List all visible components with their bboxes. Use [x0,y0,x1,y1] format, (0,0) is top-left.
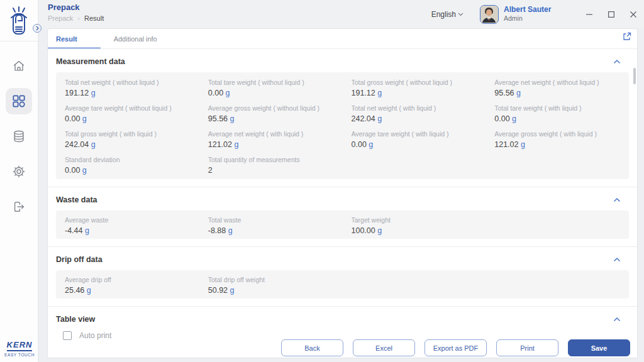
collapse-section-button[interactable] [613,59,621,64]
field-value-row: 0.00 g [352,140,481,149]
field-label: Total gross weight ( with liquid ) [65,130,194,138]
field-unit: g [521,140,525,149]
sidebar-item-settings[interactable] [6,158,32,185]
action-button[interactable]: Excel [353,339,415,356]
maximize-button[interactable] [600,0,622,28]
apps-grid-icon [12,94,26,108]
field-value: 121.02 [494,140,518,149]
field-value-row: 242.04 g [65,140,194,149]
field-unit: g [228,226,233,235]
section-divider [48,306,637,307]
field-label: Average gross weight ( with liquid ) [494,130,624,138]
sidebar-expand-toggle[interactable] [33,24,42,33]
field-value: 242.04 [65,140,89,149]
field-label: Average gross weight ( without liquid ) [208,104,338,112]
minimize-icon [586,14,592,15]
field-unit: g [87,286,91,295]
field-label: Total waste [208,216,338,224]
minimize-button[interactable] [578,0,600,28]
field-value: 0.00 [65,114,80,123]
field-unit: g [377,114,382,123]
field-value: 95.56 [208,114,228,123]
field: Total waste -8.88 g [199,211,343,237]
field-value: 121.02 [208,140,232,149]
close-button[interactable] [622,0,644,28]
kern-brand: KERN EASY TOUCH [4,339,35,357]
language-label: English [431,10,456,19]
field-value: 0.00 [352,140,367,149]
breadcrumb: Prepack › Result [48,14,104,22]
main-content-card: Result Additional info Measurement data … [47,28,638,358]
tab[interactable]: Result [56,35,77,43]
sidebar-item-logout[interactable] [6,194,32,220]
sidebar-item-apps[interactable] [6,88,32,114]
user-role: Admin [504,14,578,23]
field-label: Standard deviation [65,156,194,163]
gear-icon [12,165,26,178]
field: Total net weight ( with liquid ) 242.04 … [343,99,486,125]
section-title: Measurement data [56,57,125,66]
page-title: Prepack [48,3,80,12]
touch-logo-icon [6,6,31,35]
breadcrumb-parent[interactable]: Prepack [48,14,73,22]
field-label: Average tare weight ( with liquid ) [352,130,481,138]
action-button[interactable]: Print [496,339,558,356]
field-value-row: 100.00 g [352,226,481,235]
vertical-scrollbar[interactable] [633,68,636,84]
field-value: 2 [208,166,213,175]
field: Total gross weight ( without liquid ) 19… [343,74,486,99]
field-label: Average net weight ( with liquid ) [208,130,338,138]
chevron-up-icon [613,317,621,322]
field-unit: g [377,89,382,97]
field: Average gross weight ( with liquid ) 121… [486,125,629,151]
field-value-row: 95.56 g [208,114,338,123]
action-button[interactable]: Save [568,339,630,356]
section-header-tableview: Table view [56,314,621,325]
field-unit: g [91,89,96,97]
collapse-section-button[interactable] [613,257,621,262]
field-unit: g [369,140,373,149]
field-value-row: 242.04 g [352,114,481,123]
field: Average tare weight ( without liquid ) 0… [56,99,199,125]
field-unit: g [516,89,521,97]
action-button[interactable]: Export as PDF [425,339,487,356]
field-unit: g [82,114,87,123]
field: Target weight 100.00 g [343,211,486,237]
field-label: Total drip off weight [208,276,338,283]
field-value: 0.00 [65,166,80,175]
field-value: 25.46 [65,286,84,295]
measurement-data-panel: Total net weight ( without liquid ) 191.… [56,72,629,179]
language-selector[interactable]: English [431,10,464,19]
section-header-dripoff: Drip off data [56,254,621,265]
tab[interactable]: Additional info [114,35,157,43]
sidebar-item-database[interactable] [6,123,32,150]
sidebar-item-home[interactable] [6,53,32,79]
field-label: Total gross weight ( without liquid ) [352,79,481,86]
field-unit: g [85,226,89,235]
field-value-row: 0.00 g [494,114,624,123]
field: Total drip off weight 50.92 g [199,271,343,297]
field: Average tare weight ( with liquid ) 0.00… [343,125,486,151]
kern-wordmark: KERN [7,340,33,351]
field-value-row: 95.56 g [494,89,624,97]
field-value: 242.04 [352,114,375,123]
action-button[interactable]: Back [281,339,343,356]
section-divider [48,246,637,247]
field-value-row: 121.02 g [494,140,624,149]
auto-print-checkbox[interactable] [63,331,72,340]
field: Total tare weight ( without liquid ) 0.0… [199,74,343,99]
user-avatar[interactable] [480,5,499,24]
user-info[interactable]: Albert Sauter Admin [504,5,578,23]
field-value-row: 191.12 g [352,89,481,97]
dripoff-data-panel: Average drip off 25.46 g Total drip off … [56,270,629,299]
collapse-section-button[interactable] [613,317,621,322]
home-icon [12,59,26,73]
field: Total gross weight ( with liquid ) 242.0… [56,125,199,151]
field-value: -4.44 [65,226,83,235]
field-value: 95.56 [494,89,514,97]
field: Total net weight ( without liquid ) 191.… [56,74,199,99]
field: Average waste -4.44 g [56,211,199,237]
field: Total tare weight ( with liquid ) 0.00 g [486,99,629,125]
collapse-section-button[interactable] [613,197,621,202]
field-label: Total tare weight ( without liquid ) [208,79,338,86]
